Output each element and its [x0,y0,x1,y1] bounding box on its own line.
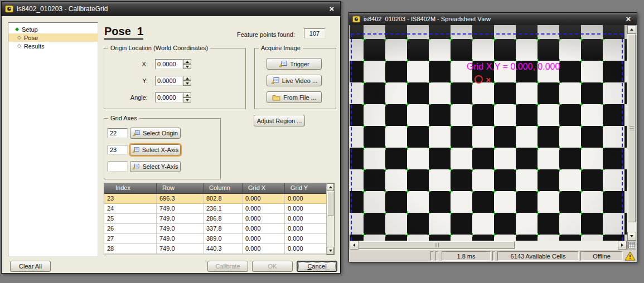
scroll-up-icon[interactable] [327,183,334,191]
select-y-axis-button[interactable]: Select Y-Axis [130,161,181,172]
grid-axes-group: Grid Axes Select Origin Select X-Axis Se… [104,118,221,179]
group-title: Grid Axes [108,115,139,121]
scroll-thumb[interactable] [359,241,515,249]
x-spinfield [155,59,191,69]
pose-heading: Pose 1 [104,25,143,40]
table-row[interactable]: 25 749.0 286.8 0.000 0.000 [104,214,334,224]
cell: 0.000 [285,234,327,244]
button-label: Select X-Axis [142,147,178,153]
desktop: is8402_010203 - CalibrateGrid × ◆ Setup … [0,0,644,283]
spreadsheet-toggle-icon[interactable] [627,241,636,250]
cell: 749.0 [157,214,204,224]
spreadsheet-titlebar[interactable]: is8402_010203 - IS8402M - Spreadsheet Vi… [349,13,637,25]
cell: 286.8 [204,214,243,224]
calibrate-body: ◆ Setup ◇ Pose ◇ Results Pose 1 Feature … [2,16,340,273]
button-label: Trigger [290,61,309,67]
cell: 802.8 [204,194,243,204]
x-axis-marker-icon [486,77,491,82]
feature-point-markers [350,25,627,241]
angle-spin-up[interactable] [183,92,191,97]
scroll-right-icon[interactable] [618,241,627,250]
scroll-thumb[interactable] [628,34,636,222]
feature-point-table: Index Row Column Grid X Grid Y 23 696.3 … [104,183,335,255]
y-input[interactable] [155,76,183,86]
cell: 0.000 [243,234,285,244]
window-title: is8402_010203 - CalibrateGrid [17,5,108,13]
y-spin-up[interactable] [183,76,191,81]
tree-item-results[interactable]: ◇ Results [8,42,98,50]
select-origin-button[interactable]: Select Origin [130,128,181,139]
app-icon [5,5,13,13]
from-file-button[interactable]: From File ... [267,91,322,103]
calibrate-titlebar[interactable]: is8402_010203 - CalibrateGrid × [2,2,340,16]
cell: 0.000 [243,204,285,214]
adjust-region-button[interactable]: Adjust Region ... [254,115,305,126]
cell: 749.0 [157,204,204,214]
table-header-row: Index Row Column Grid X Grid Y [104,183,334,194]
scroll-down-icon[interactable] [327,247,334,255]
camera-icon [133,130,140,136]
y-axis-index-field[interactable] [108,162,128,172]
camera-icon [271,77,279,84]
cell: 23 [104,194,157,204]
live-video-button[interactable]: Live Video ... [267,75,322,86]
image-horizontal-scrollbar[interactable] [350,241,627,250]
y-spin-down[interactable] [183,81,191,86]
table-row[interactable]: 28 749.0 440.3 0.000 0.000 [104,244,334,254]
close-icon[interactable]: × [623,14,633,24]
warning-icon[interactable] [624,251,636,261]
cell: 337.8 [204,224,243,234]
tree-item-pose[interactable]: ◇ Pose [8,33,98,42]
cancel-button[interactable]: Cancel [297,261,337,272]
cell: 26 [104,224,157,234]
scroll-thumb[interactable] [327,192,333,216]
trigger-button[interactable]: Trigger [267,58,322,70]
scroll-left-icon[interactable] [350,241,359,250]
table-scrollbar[interactable] [326,183,334,255]
angle-spin-down[interactable] [183,97,191,103]
cell: 0.000 [243,194,285,204]
origin-index-field[interactable] [108,128,128,138]
table-row[interactable]: 23 696.3 802.8 0.000 0.000 [104,194,334,204]
origin-marker-icon[interactable] [474,75,483,84]
column-header-index: Index [104,183,157,194]
scroll-down-icon[interactable] [627,232,636,241]
calibrate-button[interactable]: Calibrate [207,261,248,272]
button-label: OK [268,263,277,270]
cell: 749.0 [157,224,204,234]
cell: 0.000 [285,224,327,234]
calibration-checkerboard-image[interactable]: Grid X,Y = 0.000, 0.000 [350,25,627,241]
diamond-icon: ◆ [15,27,19,32]
column-header-grid-y: Grid Y [285,183,327,194]
ok-button[interactable]: OK [252,261,293,272]
y-label: Y: [108,76,148,84]
cell: 440.3 [204,244,243,254]
image-vertical-scrollbar[interactable] [627,25,636,241]
x-axis-index-field[interactable] [108,145,128,155]
cell: 0.000 [285,244,327,254]
close-icon[interactable]: × [327,4,337,14]
status-separator [435,251,438,261]
x-spin-up[interactable] [183,59,191,64]
button-label: Adjust Region ... [257,118,302,124]
feature-points-value: 107 [304,28,325,38]
table-row[interactable]: 27 749.0 389.0 0.000 0.000 [104,234,334,244]
window-title: is8402_010203 - IS8402M - Spreadsheet Vi… [364,16,491,22]
origin-location-group: Origin Location (World Coordinates) X: Y… [104,48,246,109]
table-row[interactable]: 24 749.0 236.1 0.000 0.000 [104,204,334,214]
x-spin-down[interactable] [183,64,191,69]
angle-input[interactable] [155,92,183,103]
clear-all-button[interactable]: Clear All [10,261,51,272]
tree-item-label: Pose [24,35,38,41]
table-row[interactable]: 26 749.0 337.8 0.000 0.000 [104,224,334,234]
column-header-grid-x: Grid X [243,183,285,194]
calibrate-grid-window: is8402_010203 - CalibrateGrid × ◆ Setup … [1,1,341,274]
y-spinfield [155,76,191,86]
button-label: Calibrate [215,263,240,270]
tree-item-setup[interactable]: ◆ Setup [8,25,98,33]
select-x-axis-button[interactable]: Select X-Axis [130,144,181,155]
x-input[interactable] [155,59,183,69]
group-title: Origin Location (World Coordinates) [108,45,210,51]
angle-spinfield [155,92,191,103]
scroll-up-icon[interactable] [627,25,636,34]
